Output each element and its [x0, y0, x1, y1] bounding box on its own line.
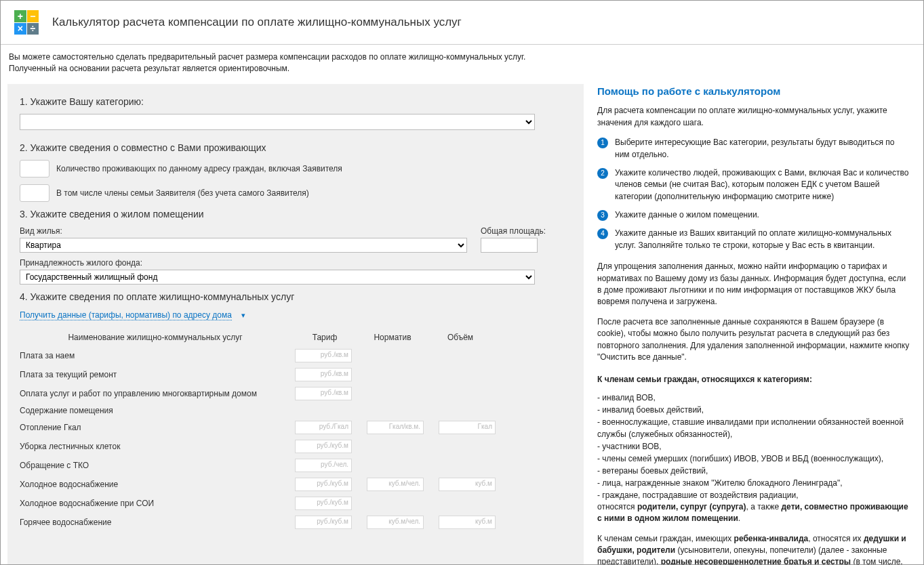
unit-input[interactable]: руб./Гкал: [295, 421, 352, 434]
help-sub: К членам семьи граждан, относящихся к ка…: [597, 374, 910, 385]
util-row: Оплата услуг и работ по управлению много…: [20, 387, 521, 400]
util-row: Содержание помещения: [20, 406, 521, 415]
housing-type-select[interactable]: Квартира: [20, 238, 467, 253]
intro-text: Вы можете самостоятельно сделать предвар…: [1, 45, 923, 84]
step2-heading: 2. Укажите сведения о совместно с Вами п…: [20, 142, 571, 153]
category-item: - граждане, пострадавшие от воздействия …: [597, 489, 910, 501]
fund-select[interactable]: Государственный жилищный фонд: [20, 270, 535, 285]
housing-type-label: Вид жилья:: [20, 226, 467, 236]
help-step: 2Укажите количество людей, проживающих с…: [597, 167, 910, 203]
family-count-label: В том числе члены семьи Заявителя (без у…: [56, 188, 309, 198]
step3-heading: 3. Укажите сведения о жилом помещении: [20, 209, 571, 219]
util-name: Холодное водоснабжение при СОИ: [20, 499, 291, 508]
util-name: Содержание помещения: [20, 406, 291, 415]
category-select[interactable]: [20, 114, 535, 130]
unit-input[interactable]: руб./куб.м: [295, 516, 352, 529]
step-text: Укажите данные о жилом помещении.: [615, 209, 910, 221]
unit-input[interactable]: руб./кв.м: [295, 349, 352, 362]
util-name: Обращение с ТКО: [20, 461, 291, 470]
category-item: - инвалид ВОВ,: [597, 392, 910, 404]
utilities-table: Наименование жилищно-коммунальных услуг …: [20, 333, 521, 529]
step-number-badge: 3: [597, 210, 608, 221]
col-name: Наименование жилищно-коммунальных услуг: [20, 333, 291, 342]
step-number-badge: 2: [597, 168, 608, 179]
area-label: Общая площадь:: [481, 226, 546, 236]
app-logo: + − × ÷: [14, 10, 39, 35]
load-data-link[interactable]: Получить данные (тарифы, нормативы) по а…: [20, 310, 232, 320]
util-row: Отопление Гкалруб./ГкалГкал/кв.м.Гкал: [20, 421, 521, 434]
help-p2: После расчета все заполненные данные сох…: [597, 316, 910, 364]
category-item: - лица, награжденные знаком "Жителю блок…: [597, 477, 910, 489]
unit-input[interactable]: куб.м/чел.: [367, 478, 424, 491]
step-text: Укажите данные из Ваших квитанций по опл…: [615, 228, 910, 251]
util-row: Плата за наемруб./кв.м: [20, 349, 521, 362]
chevron-down-icon[interactable]: ▾: [241, 311, 245, 320]
util-name: Горячее водоснабжение: [20, 518, 291, 527]
step-text: Укажите количество людей, проживающих с …: [615, 167, 910, 203]
step-number-badge: 4: [597, 228, 608, 239]
residents-count-input[interactable]: [20, 160, 49, 177]
util-row: Обращение с ТКОруб./чел.: [20, 459, 521, 472]
help-step: 1Выберите интересующие Вас категории, ре…: [597, 137, 910, 161]
category-item: - военнослужащие, ставшие инвалидами при…: [597, 416, 910, 440]
col-norm: Норматив: [359, 333, 426, 342]
util-row: Холодное водоснабжениеруб./куб.мкуб.м/че…: [20, 478, 521, 491]
unit-input[interactable]: руб./куб.м: [295, 440, 352, 453]
fund-label: Принадлежность жилого фонда:: [20, 258, 571, 268]
help-p3: относятся родители, супруг (супруга), а …: [597, 501, 910, 525]
form-panel: 1. Укажите Вашу категорию: 2. Укажите св…: [7, 84, 584, 565]
help-step: 4Укажите данные из Ваших квитанций по оп…: [597, 228, 910, 251]
util-row: Холодное водоснабжение при СОИруб./куб.м: [20, 497, 521, 510]
help-p4: К членам семьи граждан, имеющих ребенка-…: [597, 533, 910, 565]
util-name: Плата за наем: [20, 351, 291, 360]
help-step: 3Укажите данные о жилом помещении.: [597, 209, 910, 221]
unit-input[interactable]: руб./куб.м: [295, 497, 352, 510]
step-text: Выберите интересующие Вас категории, рез…: [615, 137, 910, 161]
category-item: - ветераны боевых действий,: [597, 465, 910, 477]
util-name: Отопление Гкал: [20, 423, 291, 432]
util-name: Плата за текущий ремонт: [20, 370, 291, 379]
util-name: Холодное водоснабжение: [20, 480, 291, 489]
category-item: - участники ВОВ,: [597, 440, 910, 453]
help-title: Помощь по работе с калькулятором: [597, 84, 910, 99]
unit-input[interactable]: Гкал: [439, 421, 496, 434]
category-list: - инвалид ВОВ,- инвалид боевых действий,…: [597, 392, 910, 501]
unit-input[interactable]: куб.м: [439, 516, 496, 529]
unit-input[interactable]: руб./чел.: [295, 459, 352, 472]
col-tariff: Тариф: [291, 333, 359, 342]
page-title: Калькулятор расчета компенсации по оплат…: [52, 16, 462, 29]
category-item: - инвалид боевых действий,: [597, 404, 910, 416]
help-panel: Помощь по работе с калькулятором Для рас…: [597, 84, 917, 565]
step4-heading: 4. Укажите сведения по оплате жилищно-ко…: [20, 291, 571, 302]
intro-line2: Полученный на основании расчета результа…: [9, 63, 915, 75]
step1-heading: 1. Укажите Вашу категорию:: [20, 96, 571, 107]
unit-input[interactable]: руб./кв.м: [295, 368, 352, 381]
page-header: + − × ÷ Калькулятор расчета компенсации …: [1, 1, 923, 45]
residents-count-label: Количество проживающих по данному адресу…: [56, 164, 342, 173]
unit-input[interactable]: руб./кв.м: [295, 387, 352, 400]
help-p1: Для упрощения заполнения данных, можно н…: [597, 261, 910, 308]
help-intro: Для расчета компенсации по оплате жилищн…: [597, 105, 910, 129]
unit-input[interactable]: куб.м: [439, 478, 496, 491]
util-row: Горячее водоснабжениеруб./куб.мкуб.м/чел…: [20, 516, 521, 529]
step-number-badge: 1: [597, 138, 608, 148]
util-row: Плата за текущий ремонтруб./кв.м: [20, 368, 521, 381]
util-row: Уборка лестничных клетокруб./куб.м: [20, 440, 521, 453]
util-name: Уборка лестничных клеток: [20, 442, 291, 451]
col-volume: Объём: [426, 333, 494, 342]
category-item: - члены семей умерших (погибших) ИВОВ, У…: [597, 453, 910, 465]
unit-input[interactable]: Гкал/кв.м.: [367, 421, 424, 434]
unit-input[interactable]: куб.м/чел.: [367, 516, 424, 529]
util-name: Оплата услуг и работ по управлению много…: [20, 389, 291, 398]
family-count-input[interactable]: [20, 184, 49, 202]
area-input[interactable]: [481, 238, 538, 253]
intro-line1: Вы можете самостоятельно сделать предвар…: [9, 51, 915, 63]
unit-input[interactable]: руб./куб.м: [295, 478, 352, 491]
